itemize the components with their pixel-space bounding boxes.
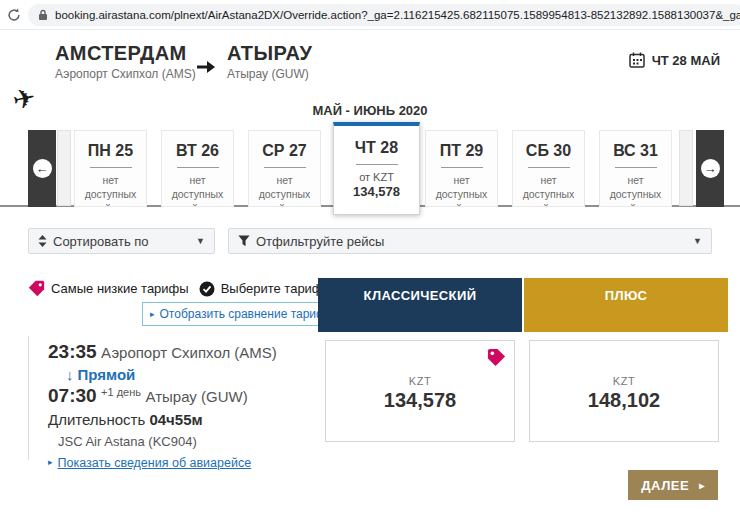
down-arrow-icon: ↓ [66, 366, 74, 383]
filter-icon [238, 235, 250, 247]
caret-down-icon: ▼ [693, 236, 702, 246]
selected-date-display[interactable]: ЧТ 28 МАЙ [629, 52, 720, 68]
disclosure-triangle-icon: ▸ [150, 310, 155, 319]
filter-dropdown[interactable]: Отфильтруйте рейсы ▼ [228, 228, 712, 254]
stops-line: ↓Прямой [66, 366, 318, 383]
chevron-left-icon: ← [33, 159, 52, 178]
currency-label: KZT [326, 375, 514, 387]
departure-line: 23:35 Аэропорт Схипхол (AMS) [48, 341, 318, 363]
reload-icon [7, 8, 21, 22]
reload-button[interactable] [0, 1, 28, 29]
lowest-fare-tag-icon [487, 348, 506, 367]
date-card-mon-25[interactable]: ПН 25 нет доступных рейсов [74, 130, 147, 207]
route-header: ✈ АМСТЕРДАМ Аэропорт Схипхол (AMS) АТЫРА… [0, 38, 740, 88]
destination-airport: Атырау (GUW) [227, 67, 312, 81]
duration-label: Длительность [48, 411, 145, 428]
air-astana-booking-page: booking.airastana.com/plnext/AirAstana2D… [0, 0, 740, 520]
calendar-icon [629, 52, 645, 68]
previous-dates-button[interactable]: ← [28, 130, 56, 207]
choose-fare-legend: Выберите тариф [199, 281, 323, 297]
route-arrow-icon [196, 60, 216, 74]
filter-label: Отфильтруйте рейсы [256, 234, 384, 249]
fare-option-plus[interactable]: KZT 148,102 [529, 340, 719, 442]
partial-date-card [57, 130, 71, 206]
fare-price: 134,578 [326, 389, 514, 412]
duration-value: 04ч55м [149, 411, 202, 428]
next-button[interactable]: ДАЛЕЕ ▸ [628, 470, 718, 500]
arrival-line: 07:30 +1 день Атырау (GUW) [48, 385, 318, 407]
disclosure-triangle-icon: ▸ [48, 458, 53, 467]
arrival-airport: Атырау (GUW) [145, 388, 247, 405]
fare-option-classic[interactable]: KZT 134,578 [325, 340, 515, 442]
arrival-day-offset: +1 день [101, 386, 141, 398]
destination-block: АТЫРАУ Атырау (GUW) [227, 42, 312, 81]
fare-price: 148,102 [530, 389, 718, 412]
duration-line: Длительность 04ч55м [48, 411, 318, 428]
selected-date-label: ЧТ 28 МАЙ [652, 53, 720, 68]
sort-label: Сортировать по [53, 234, 149, 249]
origin-block: АМСТЕРДАМ Аэропорт Схипхол (AMS) [55, 42, 196, 81]
next-arrow-icon: ▸ [699, 480, 705, 491]
airline-flight-number: JSC Air Astana (KC904) [58, 434, 318, 449]
browser-address-bar: booking.airastana.com/plnext/AirAstana2D… [0, 0, 740, 30]
date-card-thu-28-selected[interactable]: ЧТ 28 от KZT 134,578 [333, 122, 420, 215]
stops-label: Прямой [78, 366, 136, 383]
fare-check-icon [199, 281, 215, 297]
departure-time: 23:35 [48, 341, 97, 362]
caret-down-icon: ▼ [196, 236, 205, 246]
origin-airport: Аэропорт Схипхол (AMS) [55, 67, 196, 81]
partial-date-card [679, 130, 693, 206]
departure-airport: Аэропорт Схипхол (AMS) [101, 344, 277, 361]
fare-column-classic: КЛАССИЧЕСКИЙ [318, 278, 522, 332]
fare-column-plus: ПЛЮС [524, 278, 728, 332]
show-flight-details-link[interactable]: ▸ Показать сведения об авиарейсе [48, 456, 318, 470]
date-card-wed-27[interactable]: СР 27 нет доступных рейсов [248, 130, 321, 207]
destination-city: АТЫРАУ [227, 42, 312, 65]
flight-details: 23:35 Аэропорт Схипхол (AMS) ↓Прямой 07:… [48, 341, 318, 470]
date-card-tue-26[interactable]: ВТ 26 нет доступных рейсов [161, 130, 234, 207]
lock-icon [38, 9, 48, 21]
lowest-fares-legend: Самые низкие тарифы [28, 280, 189, 297]
sort-dropdown[interactable]: Сортировать по ▼ [28, 228, 215, 254]
currency-label: KZT [530, 375, 718, 387]
fare-legend: Самые низкие тарифы Выберите тариф [28, 280, 333, 297]
next-dates-button[interactable]: → [696, 130, 724, 207]
date-card-fri-29[interactable]: ПТ 29 нет доступных рейсов [425, 130, 498, 207]
flight-row-border [28, 336, 29, 460]
origin-city: АМСТЕРДАМ [55, 42, 196, 65]
date-card-sat-30[interactable]: СБ 30 нет доступных рейсов [512, 130, 585, 207]
arrival-time: 07:30 [48, 385, 97, 406]
month-range-title: МАЙ - ИЮНЬ 2020 [0, 103, 740, 118]
chevron-right-icon: → [701, 159, 720, 178]
url-field[interactable]: booking.airastana.com/plnext/AirAstana2D… [28, 4, 740, 26]
url-text: booking.airastana.com/plnext/AirAstana2D… [55, 9, 740, 21]
date-card-sun-31[interactable]: ВС 31 нет доступных рейсов [599, 130, 672, 207]
lowest-fare-tag-icon [28, 280, 45, 297]
sort-icon [38, 235, 47, 247]
